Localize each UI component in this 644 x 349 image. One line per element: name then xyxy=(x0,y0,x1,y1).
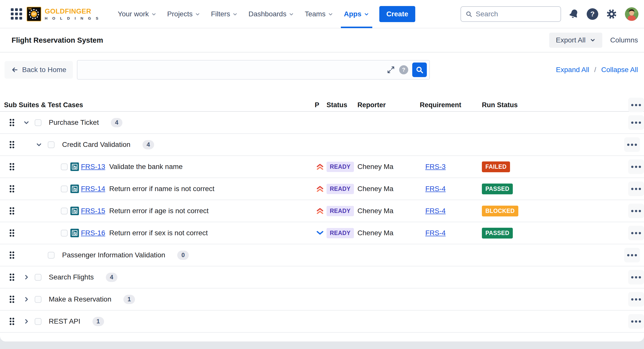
priority-low-icon xyxy=(316,230,324,236)
brand-name: GOLDFINGER xyxy=(45,8,100,15)
drag-handle[interactable] xyxy=(9,272,15,282)
drag-handle[interactable] xyxy=(9,317,15,326)
global-search xyxy=(461,6,561,22)
row-checkbox[interactable] xyxy=(35,274,41,281)
query-help-icon[interactable]: ? xyxy=(399,65,408,74)
collapse-all-link[interactable]: Collapse All xyxy=(601,66,638,74)
row-actions-button[interactable] xyxy=(628,270,644,284)
ellipsis-icon xyxy=(631,276,641,278)
search-icon xyxy=(416,66,424,74)
table-actions-button[interactable] xyxy=(628,98,644,112)
test-tree-cell: FRS-16 Return error if sex is not correc… xyxy=(4,228,315,238)
toolbar: Back to Home ? Expand All / Collapse All xyxy=(0,52,644,80)
requirement-link[interactable]: FRS-4 xyxy=(425,207,446,215)
collapse-chevron-icon[interactable] xyxy=(23,120,29,126)
test-title: Return error if sex is not correct xyxy=(109,229,208,237)
notification-bell-icon xyxy=(567,7,581,21)
row-actions-button[interactable] xyxy=(624,248,640,262)
brand-subname: H O L D I N G S xyxy=(45,16,100,20)
row-checkbox[interactable] xyxy=(48,252,55,259)
suite-label: REST API xyxy=(49,317,80,325)
suite-row: REST API 1 xyxy=(0,311,644,333)
row-checkbox[interactable] xyxy=(61,230,68,237)
collapse-chevron-icon[interactable] xyxy=(36,142,42,148)
test-title: Return error if age is not correct xyxy=(109,207,208,215)
expand-chevron-icon[interactable] xyxy=(23,274,29,280)
test-title: Validate the bank name xyxy=(109,163,182,171)
col-reporter: Reporter xyxy=(357,101,420,109)
notifications-button[interactable] xyxy=(569,9,579,19)
requirement-link[interactable]: FRS-4 xyxy=(425,229,446,237)
test-case-row: FRS-13 Validate the bank name READY Chen… xyxy=(0,156,644,178)
expand-editor-icon[interactable] xyxy=(387,66,395,74)
drag-handle[interactable] xyxy=(9,140,15,149)
back-to-home-button[interactable]: Back to Home xyxy=(5,61,73,79)
reporter-name: Cheney Ma xyxy=(357,163,420,171)
help-icon: ? xyxy=(587,8,598,20)
run-status-badge: PASSED xyxy=(482,228,513,239)
nav-item-your-work[interactable]: Your work xyxy=(114,0,160,28)
row-actions-button[interactable] xyxy=(628,182,644,196)
expand-all-link[interactable]: Expand All xyxy=(556,66,589,74)
row-actions-button[interactable] xyxy=(628,226,644,240)
test-key-link[interactable]: FRS-13 xyxy=(81,163,105,171)
create-button[interactable]: Create xyxy=(379,6,415,22)
suite-tree-cell: Search Flights 4 xyxy=(4,272,315,282)
row-checkbox[interactable] xyxy=(48,141,55,148)
chevron-down-icon xyxy=(328,12,333,17)
row-actions-button[interactable] xyxy=(628,292,644,307)
row-actions-button[interactable] xyxy=(628,204,644,218)
drag-handle[interactable] xyxy=(9,250,15,260)
ellipsis-icon xyxy=(627,144,637,146)
settings-button[interactable] xyxy=(606,8,617,20)
run-status-badge: FAILED xyxy=(482,161,510,172)
row-checkbox[interactable] xyxy=(35,318,41,325)
count-badge: 1 xyxy=(93,317,104,326)
reporter-name: Cheney Ma xyxy=(357,185,420,193)
page-title: Flight Reservation System xyxy=(12,36,103,44)
chevron-down-icon xyxy=(364,12,369,17)
count-badge: 1 xyxy=(123,295,135,304)
filter-input[interactable] xyxy=(82,66,383,74)
test-key-link[interactable]: FRS-16 xyxy=(81,229,105,237)
suite-row: Search Flights 4 xyxy=(0,266,644,288)
test-case-icon xyxy=(70,185,79,193)
expand-chevron-icon[interactable] xyxy=(23,318,29,324)
row-actions-button[interactable] xyxy=(628,159,644,174)
row-actions-button[interactable] xyxy=(624,137,640,152)
requirement-link[interactable]: FRS-3 xyxy=(425,163,446,171)
suite-tree-cell: REST API 1 xyxy=(4,317,315,326)
test-key-link[interactable]: FRS-15 xyxy=(81,207,105,215)
expand-chevron-icon[interactable] xyxy=(23,296,29,302)
nav-item-filters[interactable]: Filters xyxy=(207,0,241,28)
row-checkbox[interactable] xyxy=(61,186,68,192)
row-checkbox[interactable] xyxy=(35,296,41,303)
brand-logo[interactable]: 79F Gf GOLDFINGER H O L D I N G S xyxy=(27,7,100,21)
drag-handle[interactable] xyxy=(9,295,15,304)
export-all-button[interactable]: Export All xyxy=(549,33,602,48)
drag-handle[interactable] xyxy=(9,184,15,194)
user-avatar[interactable] xyxy=(625,7,638,21)
nav-item-dashboards[interactable]: Dashboards xyxy=(245,0,298,28)
nav-item-teams[interactable]: Teams xyxy=(301,0,337,28)
row-actions-button[interactable] xyxy=(628,314,644,329)
row-checkbox[interactable] xyxy=(35,119,41,126)
test-key-link[interactable]: FRS-14 xyxy=(81,185,105,193)
nav-item-projects[interactable]: Projects xyxy=(164,0,204,28)
priority-highest-icon xyxy=(316,208,324,214)
help-button[interactable]: ? xyxy=(587,8,598,20)
nav-right-cluster: ? xyxy=(461,6,638,22)
global-search-input[interactable] xyxy=(476,10,556,18)
drag-handle[interactable] xyxy=(9,206,15,216)
drag-handle[interactable] xyxy=(9,118,15,127)
drag-handle[interactable] xyxy=(9,228,15,238)
row-checkbox[interactable] xyxy=(61,208,68,214)
app-switcher-icon[interactable] xyxy=(10,8,23,20)
columns-button[interactable]: Columns xyxy=(610,36,638,44)
row-actions-button[interactable] xyxy=(628,115,644,130)
nav-item-apps[interactable]: Apps xyxy=(340,0,373,28)
filter-search-button[interactable] xyxy=(412,63,427,77)
requirement-link[interactable]: FRS-4 xyxy=(425,185,446,193)
row-checkbox[interactable] xyxy=(61,163,68,170)
drag-handle[interactable] xyxy=(9,162,15,171)
